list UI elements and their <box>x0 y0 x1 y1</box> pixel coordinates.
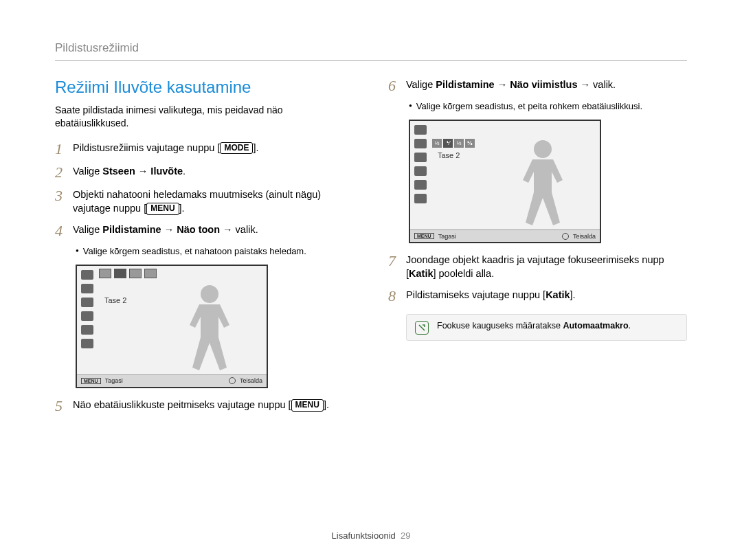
level-seg: ⅟ <box>443 139 453 148</box>
text: Näo ebatäiuslikkuste peitmiseks vajutage… <box>73 399 291 410</box>
step-number: 3 <box>55 188 73 204</box>
quality-icon <box>81 325 93 335</box>
text: Pildistusrežiimis vajutage nuppu [ <box>73 142 220 153</box>
footer-label: Lisafunktsioonid <box>332 530 396 541</box>
flash-icon <box>414 153 427 162</box>
text: ] pooleldi alla. <box>434 268 495 279</box>
step-number: 8 <box>388 288 406 304</box>
camera-bottom-bar: MENU Tagasi Teisalda <box>77 374 267 387</box>
page-title: Režiimi Iluvõte kasutamine <box>55 78 354 97</box>
info-box: Fookuse kauguseks määratakse Automaatmak… <box>406 314 687 341</box>
note-icon <box>415 321 429 335</box>
face-icon <box>81 270 93 280</box>
nav-icon <box>229 377 236 384</box>
text: ]. <box>179 203 185 214</box>
timer-icon <box>414 166 427 176</box>
bold-text: Stseen → Iluvõte <box>102 166 183 177</box>
camera-screen-2: ½ ⅟ ½ ⅓ Tase 2 MENU Tagasi Teisalda <box>409 120 601 243</box>
bold-text: Pildistamine → Näo viimistlus <box>436 79 577 90</box>
top-icon-selected <box>114 269 126 278</box>
step-6-bullet: Valige kõrgem seadistus, et peita rohkem… <box>409 101 687 111</box>
step-3: 3 Objekti nahatooni heledamaks muutmisek… <box>55 188 354 216</box>
bold-text: Pildistamine → Näo toon <box>102 224 220 235</box>
camera-screen-1: Tase 2 MENU Tagasi Teisalda <box>76 265 268 388</box>
step-6: 6 Valige Pildistamine → Näo viimistlus →… <box>388 78 687 94</box>
step-number: 5 <box>55 398 73 414</box>
text: Fookuse kauguseks määratakse <box>437 321 563 331</box>
step-body: Objekti nahatooni heledamaks muutmiseks … <box>73 188 354 216</box>
text: Valige <box>73 224 102 235</box>
person-silhouette <box>512 136 574 232</box>
section-header: Pildistusrežiimid <box>55 41 687 55</box>
step-8: 8 Pildistamiseks vajutage nuppu [Katik]. <box>388 288 687 304</box>
retouch-icon <box>81 284 93 293</box>
step-4-bullet: Valige kõrgem seadistus, et nahatoon pai… <box>76 246 354 256</box>
level-seg: ½ <box>454 139 464 148</box>
text: . <box>183 166 186 177</box>
step-body: Pildistamiseks vajutage nuppu [Katik]. <box>406 288 687 302</box>
info-text: Fookuse kauguseks määratakse Automaatmak… <box>437 320 631 333</box>
camera-move-label: Teisalda <box>573 233 596 240</box>
mode-button-label: MODE <box>220 142 253 155</box>
camera-left-icons <box>414 125 427 203</box>
bold-text: Katik <box>409 268 433 279</box>
step-number: 2 <box>55 164 73 181</box>
step-number: 1 <box>55 141 73 157</box>
step-5: 5 Näo ebatäiuslikkuste peitmiseks vajuta… <box>55 398 354 414</box>
text: ]. <box>570 289 576 300</box>
text: ]. <box>253 142 258 153</box>
off-icon <box>414 194 427 203</box>
off-icon <box>81 339 93 348</box>
steps-right-cont: 7 Joondage objekt kaadris ja vajutage fo… <box>388 253 687 304</box>
camera-level-bar: ½ ⅟ ½ ⅓ <box>432 139 475 148</box>
steps-right: 6 Valige Pildistamine → Näo viimistlus →… <box>388 78 687 94</box>
camera-move-label: Teisalda <box>240 377 262 384</box>
top-icon <box>99 269 111 278</box>
bullet-text: Valige kõrgem seadistus, et peita rohkem… <box>416 101 642 111</box>
camera-menu-btn: MENU <box>81 378 101 384</box>
text: ]. <box>324 399 329 410</box>
camera-top-icons <box>99 269 157 278</box>
step-2: 2 Valige Stseen → Iluvõte. <box>55 164 354 181</box>
steps-left-cont: 5 Näo ebatäiuslikkuste peitmiseks vajuta… <box>55 398 354 414</box>
steps-left: 1 Pildistusrežiimis vajutage nuppu [MODE… <box>55 141 354 239</box>
quality-icon <box>414 180 427 190</box>
text: Valige <box>406 79 436 90</box>
menu-button-label: MENU <box>291 399 324 412</box>
text: . <box>629 321 631 331</box>
top-icon <box>129 269 142 278</box>
step-4: 4 Valige Pildistamine → Näo toon → valik… <box>55 223 354 239</box>
page-number: 29 <box>401 530 410 541</box>
text: Objekti nahatooni heledamaks muutmiseks … <box>73 189 321 214</box>
text: → valik. <box>220 224 258 235</box>
step-7: 7 Joondage objekt kaadris ja vajutage fo… <box>388 253 687 281</box>
camera-level-label: Tase 2 <box>104 296 126 304</box>
header-rule <box>55 60 687 61</box>
camera-level-label: Tase 2 <box>438 151 460 159</box>
retouch-icon <box>414 139 427 148</box>
bold-text: Automaatmakro <box>563 321 628 331</box>
step-1: 1 Pildistusrežiimis vajutage nuppu [MODE… <box>55 141 354 157</box>
menu-button-label: MENU <box>146 203 179 215</box>
text: → valik. <box>578 79 616 90</box>
text: Valige <box>73 166 102 177</box>
step-body: Valige Pildistamine → Näo viimistlus → v… <box>406 78 687 91</box>
camera-bottom-bar: MENU Tagasi Teisalda <box>410 229 600 242</box>
step-number: 4 <box>55 223 73 239</box>
step-body: Pildistusrežiimis vajutage nuppu [MODE]. <box>73 141 354 155</box>
text: Pildistamiseks vajutage nuppu [ <box>406 289 546 300</box>
step-body: Valige Pildistamine → Näo toon → valik. <box>73 223 354 236</box>
nav-icon <box>562 233 569 240</box>
step-body: Näo ebatäiuslikkuste peitmiseks vajutage… <box>73 398 354 412</box>
page-footer: Lisafunktsioonid 29 <box>0 530 742 541</box>
timer-icon <box>81 311 93 321</box>
camera-back-label: Tagasi <box>438 233 456 240</box>
step-number: 7 <box>388 253 406 269</box>
left-column: Režiimi Iluvõte kasutamine Saate pildist… <box>55 78 354 421</box>
step-body: Joondage objekt kaadris ja vajutage foku… <box>406 253 687 281</box>
right-column: 6 Valige Pildistamine → Näo viimistlus →… <box>388 78 687 421</box>
bold-text: Katik <box>546 289 570 300</box>
level-seg: ½ <box>432 139 442 148</box>
level-seg: ⅓ <box>465 139 475 148</box>
step-number: 6 <box>388 78 406 94</box>
